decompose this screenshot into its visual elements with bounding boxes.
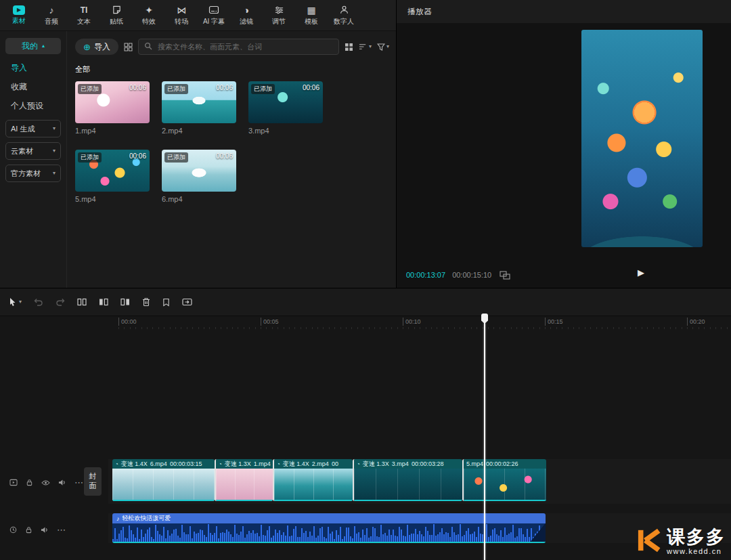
mute-icon[interactable] (58, 477, 66, 489)
video-clip[interactable]: 5.mp4 00:00:02:26 (462, 459, 546, 501)
aspect-ratio-icon[interactable] (500, 271, 510, 280)
grid-view-icon[interactable] (345, 43, 353, 51)
select-tool[interactable]: ▾ (8, 297, 22, 307)
filter-all-label[interactable]: 全部 (75, 64, 389, 74)
more-icon[interactable]: ⋯ (57, 527, 66, 534)
video-clip[interactable]: ◔ 变速 1.4X 2.mp4 00 (273, 459, 353, 501)
play-button[interactable]: ▶ (638, 267, 644, 278)
tab-effects[interactable]: ✦ 特效 (133, 5, 165, 26)
undo-icon[interactable] (34, 298, 43, 307)
audio-clip-label: ♪ 轻松欢快活泼可爱 (112, 513, 546, 523)
lock-icon[interactable] (25, 524, 32, 536)
audio-clip[interactable]: ♪ 轻松欢快活泼可爱 (112, 513, 546, 543)
media-filename: 1.mp4 (75, 127, 150, 135)
video-clip[interactable]: ◔ 变速 1.3X 3.mp4 00:00:03:28 (353, 459, 462, 501)
media-item[interactable]: 已添加 00:06 3.mp4 (248, 81, 323, 135)
media-icon: ▶ (13, 5, 25, 15)
clip-header: ◔ 变速 1.3X 3.mp4 00:00:03:28 (354, 459, 462, 469)
clip-duration: 00:00:03:28 (412, 460, 444, 467)
media-filename: 3.mp4 (248, 127, 323, 135)
effects-icon: ✦ (145, 5, 153, 16)
tab-text[interactable]: TI 文本 (68, 5, 100, 26)
media-item[interactable]: 已添加 00:06 1.mp4 (75, 81, 150, 135)
cover-button[interactable]: 封面 (84, 467, 102, 496)
clip-filmstrip (112, 469, 215, 501)
added-badge: 已添加 (78, 152, 102, 163)
audio-icon: ♪ (49, 5, 54, 16)
added-badge: 已添加 (164, 84, 188, 94)
video-preview (581, 30, 703, 247)
playhead-line (484, 322, 485, 560)
sidebar-dropdown-cloud[interactable]: 云素材 ▾ (5, 142, 61, 160)
timeline-ruler[interactable]: 00:00 00:05 00:10 00:15 00:20 (0, 316, 731, 329)
tab-ai-subtitle[interactable]: AI 字幕 (198, 5, 230, 26)
track-type-icon (9, 477, 18, 489)
delete-icon[interactable] (142, 297, 150, 307)
tab-audio[interactable]: ♪ 音频 (35, 5, 68, 26)
split-icon[interactable] (77, 298, 87, 306)
clip-speed: 变速 1.4X (121, 460, 148, 469)
sidebar-item-mine[interactable]: 我的 ▴ (5, 38, 61, 54)
person-icon (339, 5, 349, 16)
tab-label: 模板 (305, 17, 318, 26)
video-clip[interactable]: ◔ 变速 1.4X 6.mp4 00:00:03:15 (112, 459, 215, 501)
sidebar-item-import[interactable]: 导入 (0, 58, 66, 77)
timeline-tracks: ⋯ ⋯ 封面 ◔ 变 (0, 329, 731, 560)
added-badge: 已添加 (78, 84, 102, 94)
sidebar-item-favorites[interactable]: 收藏 (0, 77, 66, 96)
clip-name: 2.mp4 (312, 460, 329, 467)
mark-icon[interactable] (162, 298, 170, 307)
tab-label: AI 字幕 (203, 17, 225, 26)
tab-media[interactable]: ▶ 素材 (3, 5, 35, 26)
trim-left-icon[interactable] (99, 298, 108, 306)
ruler-tick: 00:15 (545, 318, 563, 326)
filter-funnel-icon[interactable]: ▾ (377, 43, 389, 51)
sidebar-dropdown-official[interactable]: 官方素材 ▾ (5, 165, 61, 182)
clip-header: ◔ 变速 1.4X 6.mp4 00:00:03:15 (112, 459, 215, 469)
tab-label: 数字人 (334, 17, 354, 26)
clip-filmstrip (354, 469, 462, 501)
clip-name: 1.mp4 (254, 460, 271, 467)
clip-duration: 00:00:03:15 (170, 460, 202, 467)
visibility-icon[interactable] (41, 477, 50, 489)
library-sidebar: 我的 ▴ 导入 收藏 个人预设 AI 生成 ▾ 云素材 ▾ 官方素材 ▾ (0, 31, 67, 288)
tab-label: 滤镜 (240, 17, 253, 26)
sort-icon[interactable]: ▾ (359, 43, 372, 51)
sidebar-dropdown-ai[interactable]: AI 生成 ▾ (5, 120, 61, 137)
tab-adjust[interactable]: 调节 (263, 5, 295, 26)
trim-right-icon[interactable] (120, 298, 130, 306)
import-button[interactable]: ⊕ 导入 (75, 39, 118, 55)
added-badge: 已添加 (164, 152, 188, 163)
media-item[interactable]: 已添加 00:06 5.mp4 (75, 150, 150, 203)
tab-template[interactable]: ▦ 模板 (295, 5, 328, 26)
lock-icon[interactable] (26, 477, 33, 489)
tab-transition[interactable]: ⋈ 转场 (165, 5, 198, 26)
tab-label: 特效 (142, 17, 156, 26)
media-item[interactable]: 已添加 00:06 2.mp4 (162, 81, 236, 135)
media-item[interactable]: 已添加 00:06 6.mp4 (162, 150, 236, 203)
mute-icon[interactable] (41, 524, 49, 536)
video-clip[interactable]: ◔ 变速 1.3X 1.mp4 (215, 459, 273, 501)
layout-toggle-icon[interactable] (124, 43, 133, 51)
top-toolbar: ▶ 素材 ♪ 音频 TI 文本 贴纸 ✦ 特效 ⋈ (0, 0, 396, 31)
redo-icon[interactable] (56, 298, 65, 307)
playhead[interactable] (481, 314, 488, 560)
duration-label: 00:06 (216, 152, 233, 160)
sidebar-item-presets[interactable]: 个人预设 (0, 96, 66, 115)
ruler-tick: 00:20 (687, 318, 705, 326)
total-time: 00:00:15:10 (452, 271, 491, 279)
transition-icon: ⋈ (177, 5, 186, 16)
tab-sticker[interactable]: 贴纸 (100, 5, 133, 26)
snapshot-icon[interactable] (182, 298, 192, 306)
clip-header: 5.mp4 00:00:02:26 (464, 459, 546, 469)
search-input[interactable] (156, 42, 333, 51)
caret-down-icon: ▾ (53, 126, 56, 131)
tab-label: 文本 (77, 17, 91, 26)
media-toolbar: ⊕ 导入 (75, 38, 389, 56)
record-icon (9, 524, 17, 536)
library-panel: ▶ 素材 ♪ 音频 TI 文本 贴纸 ✦ 特效 ⋈ (0, 0, 396, 288)
duration-label: 00:06 (129, 84, 146, 91)
tab-digital-human[interactable]: 数字人 (328, 5, 360, 26)
tab-filter[interactable]: ◑ 滤镜 (230, 5, 263, 26)
more-icon[interactable]: ⋯ (74, 479, 83, 486)
